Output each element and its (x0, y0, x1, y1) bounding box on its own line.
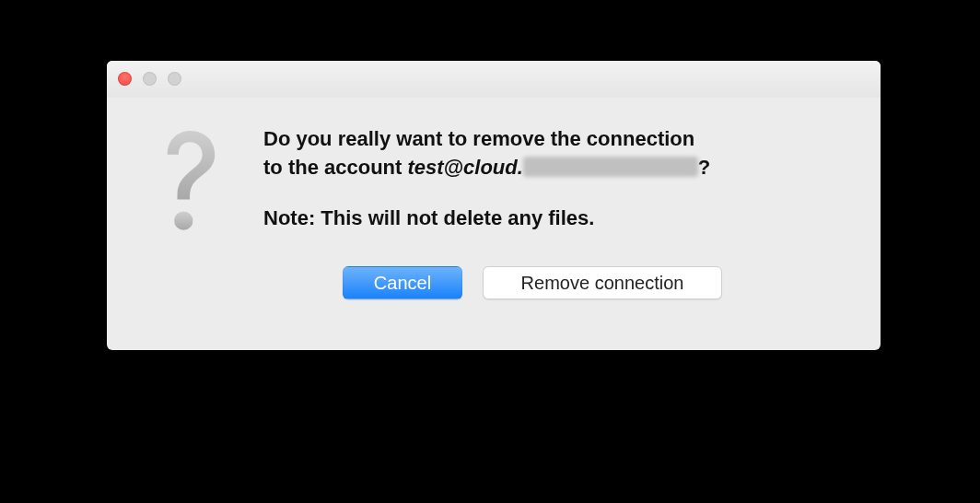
dialog-headline-line2: to the account test@cloud.? (263, 154, 847, 182)
question-icon (146, 127, 226, 243)
svg-point-0 (174, 212, 192, 230)
confirmation-dialog: Do you really want to remove the connect… (107, 61, 881, 350)
dialog-note: Note: This will not delete any files. (263, 205, 847, 232)
cancel-button[interactable]: Cancel (343, 266, 462, 299)
redacted-domain (523, 157, 698, 177)
minimize-window-button (143, 72, 157, 86)
remove-connection-button[interactable]: Remove connection (483, 266, 722, 299)
dialog-headline-line1: Do you really want to remove the connect… (263, 125, 847, 154)
titlebar (107, 61, 881, 98)
account-name: test@cloud. (407, 156, 522, 179)
headline-suffix: ? (698, 156, 710, 179)
headline-line2-prefix: to the account (263, 156, 407, 179)
dialog-content: Do you really want to remove the connect… (107, 98, 881, 325)
traffic-lights (118, 72, 181, 86)
zoom-window-button (168, 72, 181, 86)
dialog-buttons: Cancel Remove connection (263, 266, 847, 299)
close-window-button[interactable] (118, 72, 132, 86)
